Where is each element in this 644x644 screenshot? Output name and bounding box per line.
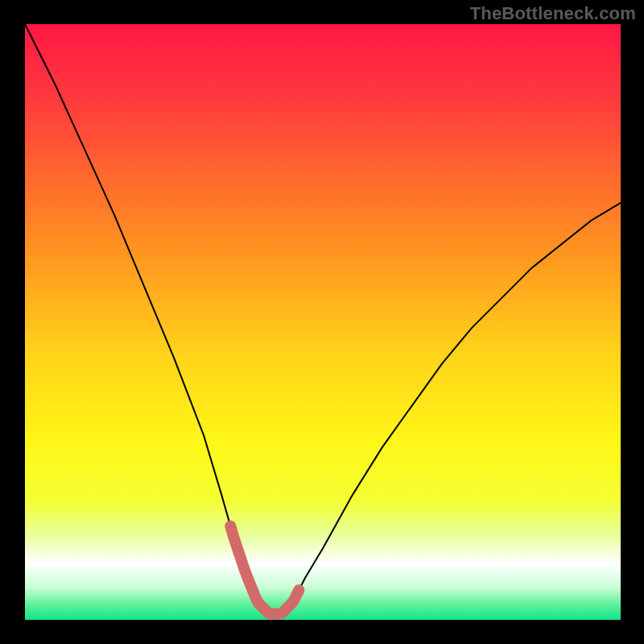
bottleneck-chart — [0, 0, 644, 644]
plot-background — [25, 24, 621, 620]
chart-frame: TheBottleneck.com — [0, 0, 644, 644]
